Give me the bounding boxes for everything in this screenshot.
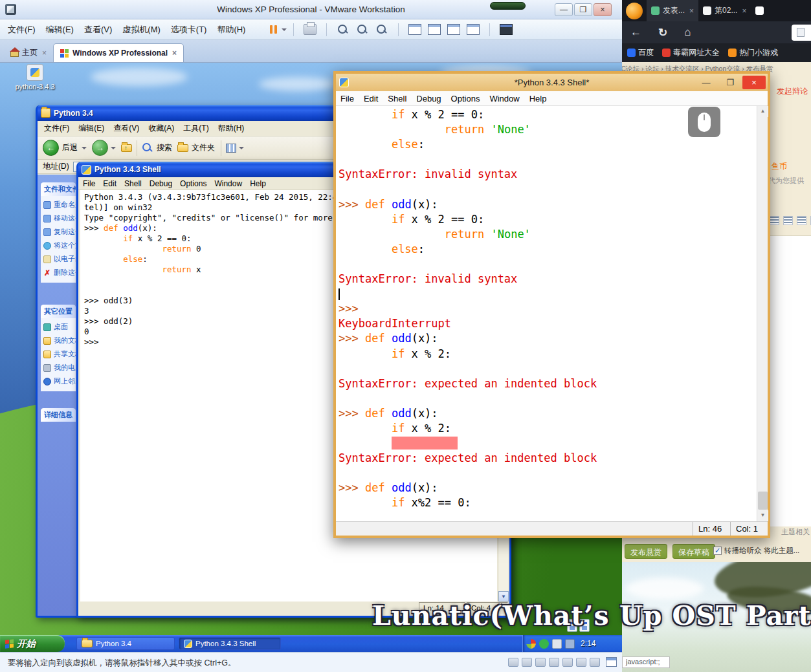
- idle-main-menu-item[interactable]: Options: [451, 94, 480, 103]
- tab-home[interactable]: 主页 ×: [4, 43, 53, 62]
- minimize-button[interactable]: —: [694, 76, 718, 89]
- vmware-menu-item[interactable]: 帮助(H): [217, 24, 245, 36]
- printer-icon[interactable]: [304, 24, 317, 35]
- tray-status-icon[interactable]: [539, 639, 549, 649]
- vmware-menu-item[interactable]: 虚拟机(M): [122, 24, 161, 36]
- suspend-button[interactable]: [270, 25, 287, 34]
- idle-xp-menu-item[interactable]: Window: [214, 179, 242, 188]
- folder-menu-item[interactable]: 查看(V): [113, 123, 139, 134]
- clock[interactable]: 2:14: [581, 639, 595, 648]
- desktop-icon-python[interactable]: python-3.4.3: [8, 64, 62, 91]
- place-shared[interactable]: 共享文档: [43, 347, 76, 361]
- idle-main-menu-item[interactable]: Shell: [388, 94, 406, 103]
- idle-xp-menu-item[interactable]: Debug: [150, 179, 172, 188]
- bookmark-duba[interactable]: 毒霸网址大全: [662, 47, 720, 58]
- vmware-menu-item[interactable]: 编辑(E): [46, 24, 74, 36]
- home-icon[interactable]: ⌂: [684, 26, 691, 39]
- task-copy[interactable]: 复制这个文件: [43, 225, 76, 239]
- idle-xp-menu-item[interactable]: Edit: [103, 179, 117, 188]
- taskbar-button-folder[interactable]: Python 3.4: [76, 637, 175, 650]
- place-desktop[interactable]: 桌面: [43, 320, 76, 334]
- task-publish[interactable]: 将这个文件发布到Web: [43, 239, 76, 252]
- scroll-up-icon[interactable]: ▲: [757, 106, 768, 117]
- unity-mode-icon[interactable]: [428, 24, 441, 35]
- hdd-icon[interactable]: [508, 658, 518, 667]
- place-documents[interactable]: 我的文档: [43, 334, 76, 347]
- tab-close-icon[interactable]: ×: [172, 49, 177, 58]
- vmware-title-bar[interactable]: Windows XP Professional - VMware Worksta…: [0, 0, 622, 19]
- idle-xp-menu-item[interactable]: Shell: [124, 179, 142, 188]
- minimize-button[interactable]: —: [555, 3, 573, 16]
- idle-main-menu-item[interactable]: Debug: [416, 94, 441, 103]
- scroll-down-icon[interactable]: ▼: [757, 510, 768, 521]
- views-icon[interactable]: [226, 144, 236, 153]
- zoom-fit-icon[interactable]: [375, 24, 388, 35]
- address-bar-fragment[interactable]: [792, 25, 811, 41]
- align-center-icon[interactable]: [783, 216, 793, 225]
- back-button[interactable]: ←: [43, 140, 59, 156]
- panel-title[interactable]: 其它位置: [41, 305, 76, 318]
- floppy-icon[interactable]: [535, 658, 546, 667]
- caret-down-icon[interactable]: [239, 147, 244, 149]
- restore-panel-icon[interactable]: [606, 657, 617, 667]
- keyboard-icon[interactable]: [552, 639, 562, 649]
- vmware-menu-item[interactable]: 查看(V): [84, 24, 112, 36]
- maximize-button[interactable]: ❐: [574, 3, 592, 16]
- vmware-menu-item[interactable]: 文件(F): [8, 24, 36, 36]
- show-thumbnails-icon[interactable]: [467, 24, 480, 35]
- idle-main-menu-item[interactable]: File: [340, 94, 354, 103]
- printer-device-icon[interactable]: [590, 658, 600, 667]
- place-computer[interactable]: 我的电脑: [43, 361, 76, 374]
- task-email[interactable]: 以电子邮件形式发送此文件: [43, 252, 76, 266]
- search-icon[interactable]: [142, 142, 153, 154]
- caret-down-icon[interactable]: [111, 147, 116, 149]
- task-rename[interactable]: 重命名这个文件: [43, 198, 76, 211]
- vmware-menu-item[interactable]: 选项卡(T): [171, 24, 207, 36]
- place-network[interactable]: 网上邻居: [43, 374, 76, 388]
- folder-menu-item[interactable]: 编辑(E): [78, 123, 104, 134]
- idle-xp-menu-item[interactable]: Help: [250, 179, 266, 188]
- browser-tab-post[interactable]: 发表... ×: [647, 0, 698, 21]
- browser-tab-chapter[interactable]: 第02... ×: [698, 0, 751, 21]
- browser-logo-icon[interactable]: [626, 3, 643, 19]
- idle-main-title-bar[interactable]: *Python 3.4.3 Shell* — ❐ ×: [336, 74, 768, 91]
- idle-xp-menu-item[interactable]: Options: [180, 179, 206, 188]
- align-left-icon[interactable]: [770, 216, 779, 225]
- close-button[interactable]: ×: [742, 76, 766, 89]
- folder-menu-item[interactable]: 收藏(A): [148, 123, 174, 134]
- bookmark-baidu[interactable]: 百度: [627, 47, 654, 58]
- browser-tab-partial[interactable]: [751, 0, 772, 21]
- idle-main-menu-item[interactable]: Help: [529, 94, 547, 103]
- publish-reward-button[interactable]: 发布悬赏: [625, 544, 667, 559]
- broadcast-checkbox[interactable]: ✓: [713, 547, 722, 555]
- idle-main-menu-item[interactable]: Window: [489, 94, 519, 103]
- folder-menu-item[interactable]: 文件(F): [44, 123, 69, 134]
- caret-down-icon[interactable]: [82, 147, 87, 149]
- display-icon[interactable]: [565, 639, 575, 649]
- tab-close-icon[interactable]: ×: [689, 6, 694, 16]
- save-draft-button[interactable]: 保存草稿: [672, 544, 715, 559]
- forward-button[interactable]: →: [92, 140, 108, 156]
- fullscreen-icon[interactable]: [408, 24, 421, 35]
- tab-vm-winxp[interactable]: Windows XP Professional ×: [53, 43, 184, 62]
- refresh-icon[interactable]: ↻: [658, 26, 667, 39]
- security-shield-icon[interactable]: [526, 639, 536, 649]
- console-view-icon[interactable]: [500, 24, 513, 35]
- task-delete[interactable]: ✗删除这个文件: [43, 266, 76, 279]
- back-icon[interactable]: ←: [630, 26, 641, 39]
- folder-menu-item[interactable]: 帮助(H): [218, 123, 245, 134]
- usb-icon[interactable]: [562, 658, 573, 667]
- maximize-button[interactable]: ❐: [718, 76, 742, 89]
- up-one-level-icon[interactable]: ↑: [121, 144, 132, 152]
- tab-close-icon[interactable]: ×: [42, 49, 47, 58]
- folders-view-icon[interactable]: [177, 144, 188, 152]
- network-icon[interactable]: [549, 658, 559, 667]
- idle-xp-menu-item[interactable]: File: [83, 179, 95, 188]
- panel-title[interactable]: 详细信息: [41, 408, 76, 422]
- idle-main-shell-text[interactable]: if x % 2 == 0: return 'None' else: Synta…: [336, 106, 757, 521]
- folder-menu-item[interactable]: 工具(T): [183, 123, 208, 134]
- task-move[interactable]: 移动这个文件: [43, 211, 76, 225]
- idle-main-menu-item[interactable]: Edit: [364, 94, 378, 103]
- start-button[interactable]: 开始: [0, 635, 65, 652]
- panel-title[interactable]: 文件和文件夹任务: [41, 182, 76, 196]
